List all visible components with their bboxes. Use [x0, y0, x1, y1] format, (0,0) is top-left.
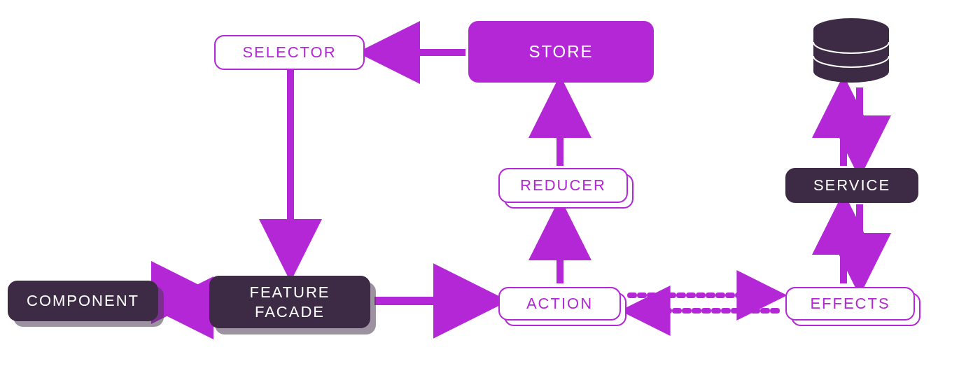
node-feature-facade: FEATURE FACADE: [209, 276, 370, 328]
node-effects: EFFECTS: [785, 287, 915, 321]
node-label: ACTION: [526, 294, 593, 314]
svg-point-0: [813, 18, 889, 41]
node-store: STORE: [468, 21, 654, 83]
node-label: EFFECTS: [810, 294, 890, 314]
node-action: ACTION: [498, 287, 621, 321]
svg-rect-1: [813, 29, 889, 71]
svg-point-2: [813, 60, 889, 83]
node-label: SELECTOR: [242, 43, 336, 62]
node-label: SERVICE: [813, 176, 890, 195]
node-label: FEATURE FACADE: [249, 283, 330, 321]
database-icon: [813, 18, 889, 83]
node-component: COMPONENT: [8, 281, 158, 321]
node-label: REDUCER: [520, 176, 606, 195]
node-label: STORE: [528, 41, 593, 62]
node-label: COMPONENT: [27, 291, 139, 311]
node-selector: SELECTOR: [214, 35, 365, 70]
node-service: SERVICE: [785, 168, 918, 203]
architecture-diagram: COMPONENT FEATURE FACADE SELECTOR STORE …: [0, 0, 980, 366]
node-reducer: REDUCER: [498, 168, 628, 203]
